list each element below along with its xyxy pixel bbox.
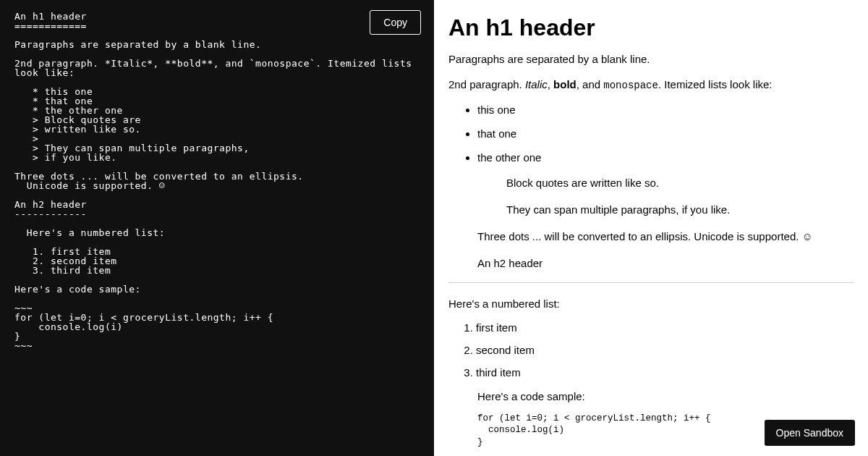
ordered-list: first item second item third item <box>448 321 854 379</box>
ellipsis-line: Three dots ... will be converted to an e… <box>477 229 854 244</box>
blockquote: Block quotes are written like so. They c… <box>506 175 854 217</box>
divider <box>448 282 854 283</box>
unordered-list: this one that one the other one <box>448 104 854 164</box>
h2-header: An h2 header <box>477 256 854 271</box>
page-title: An h1 header <box>448 14 854 41</box>
list-item: the other one <box>477 151 854 164</box>
monospace-text: monospace <box>603 80 658 91</box>
list-item: second item <box>476 344 854 356</box>
list-item: this one <box>477 104 854 116</box>
markdown-source[interactable]: An h1 header ============ Paragraphs are… <box>14 12 420 350</box>
bold-text: bold <box>553 78 576 90</box>
nested-content: Block quotes are written like so. They c… <box>448 175 854 271</box>
open-sandbox-button[interactable]: Open Sandbox <box>765 420 855 446</box>
list-item: first item <box>476 321 854 334</box>
list-item: third item <box>476 366 854 379</box>
copy-button[interactable]: Copy <box>370 10 421 35</box>
italic-text: Italic <box>525 78 548 90</box>
list-item: that one <box>477 127 854 140</box>
code-intro: Here's a code sample: <box>477 389 854 404</box>
preview-pane: An h1 header Paragraphs are separated by… <box>434 0 868 456</box>
source-pane: An h1 header ============ Paragraphs are… <box>0 0 434 456</box>
numbered-intro: Here's a numbered list: <box>448 296 854 311</box>
paragraph-2: 2nd paragraph. Italic, bold, and monospa… <box>448 77 854 93</box>
paragraph-1: Paragraphs are separated by a blank line… <box>448 51 854 67</box>
